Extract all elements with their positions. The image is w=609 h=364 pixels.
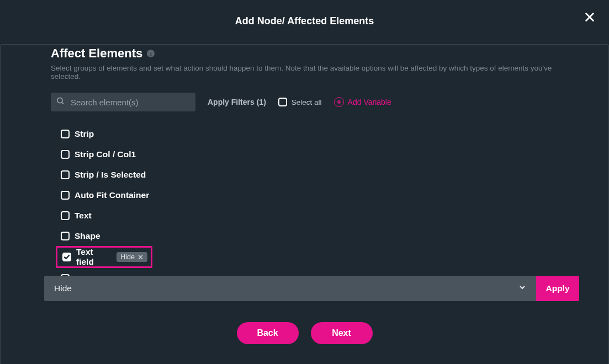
svg-point-2 [57, 98, 62, 103]
back-button[interactable]: Back [237, 322, 299, 344]
element-list: Strip Strip Col / Col1 Strip / Is Select… [57, 124, 579, 288]
element-label: Strip [75, 129, 94, 139]
badge-label: Hide [120, 253, 135, 261]
checkbox-icon [61, 232, 70, 240]
search-input[interactable] [51, 93, 195, 111]
search-icon [56, 97, 65, 108]
checkbox-icon [61, 170, 70, 179]
element-label: Text [75, 211, 92, 221]
list-item[interactable]: Strip / Is Selected [57, 164, 579, 185]
list-item[interactable]: Strip Col / Col1 [57, 144, 579, 164]
checkbox-checked-icon [62, 253, 71, 261]
info-icon[interactable]: i [147, 50, 155, 57]
section-title: Affect Elements [51, 46, 142, 61]
action-selected-value: Hide [54, 283, 72, 293]
close-button[interactable] [584, 11, 597, 24]
checkbox-icon [278, 98, 287, 106]
element-label: Text field [76, 247, 109, 267]
modal-title: Add Node/ Affected Elements [0, 15, 609, 27]
remove-badge-icon: ✕ [137, 254, 144, 261]
chevron-down-icon [518, 283, 526, 293]
svg-line-3 [62, 102, 63, 104]
action-select[interactable]: Hide [44, 276, 536, 301]
checkbox-icon [61, 150, 70, 159]
select-all-checkbox[interactable]: Select all [278, 98, 322, 106]
element-label: Shape [75, 231, 100, 241]
element-label: Auto Fit Container [75, 190, 149, 200]
list-item[interactable]: Strip [57, 124, 579, 144]
list-item[interactable]: Auto Fit Container [57, 185, 579, 205]
checkbox-icon [61, 211, 70, 220]
apply-filters-link[interactable]: Apply Filters (1) [208, 98, 266, 106]
select-all-label: Select all [292, 98, 322, 106]
element-label: Strip / Is Selected [75, 170, 146, 180]
list-item[interactable]: Text [57, 205, 579, 226]
close-icon [584, 15, 596, 25]
apply-button[interactable]: Apply [536, 276, 579, 301]
plus-circle-icon [334, 97, 344, 107]
section-description: Select groups of elements and set what a… [51, 64, 579, 81]
element-label: Strip Col / Col1 [75, 149, 136, 159]
add-variable-button[interactable]: Add Variable [334, 97, 391, 107]
search-field[interactable] [51, 93, 195, 111]
next-button[interactable]: Next [311, 322, 373, 344]
add-variable-label: Add Variable [348, 98, 391, 106]
checkbox-icon [61, 191, 70, 200]
list-item[interactable]: Shape [57, 226, 579, 246]
filter-badge[interactable]: Hide ✕ [116, 252, 147, 262]
list-item-selected[interactable]: Text field Hide ✕ [56, 246, 152, 268]
checkbox-icon [61, 130, 70, 138]
